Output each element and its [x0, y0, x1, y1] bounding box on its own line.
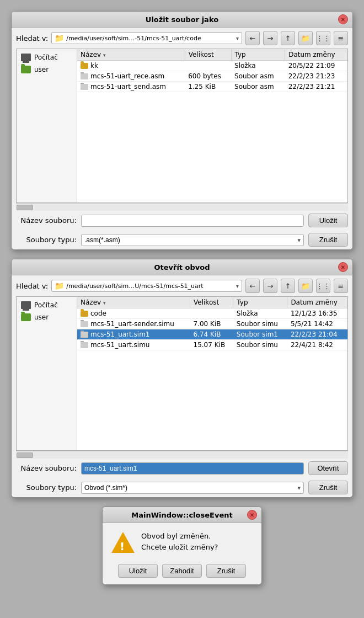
cell-date: 20/5/22 21:09 — [285, 61, 347, 71]
save-filename-label: Název souboru: — [16, 216, 77, 225]
save-dialog-close-button[interactable]: ✕ — [338, 14, 348, 24]
cell-size: 600 bytes — [185, 71, 231, 82]
open-dialog-toolbar: Hledat v: 📁 /media/user/soft/sim…U/mcs-5… — [12, 275, 352, 296]
save-dialog-toolbar: Hledat v: 📁 /media/user/soft/sim…-51/mcs… — [12, 28, 352, 49]
cell-type: Soubor simu — [233, 340, 287, 350]
file-name: kk — [90, 62, 98, 70]
col-type[interactable]: Typ — [231, 49, 285, 61]
open-user-folder-icon — [21, 313, 31, 321]
open-col-type[interactable]: Typ — [233, 297, 287, 308]
table-row[interactable]: mcs-51-uart_rece.asm 600 bytes Soubor as… — [77, 71, 347, 82]
open-hscroll-thumb[interactable] — [17, 452, 33, 458]
open-filename-input[interactable] — [81, 462, 304, 475]
open-col-size[interactable]: Velikost — [190, 297, 233, 308]
alert-body: Obvod byl změněn. Chcete uložit změny? — [103, 523, 261, 560]
save-filetype-select[interactable]: .asm(*.asm) — [81, 234, 304, 246]
table-row[interactable]: code Složka 12/1/23 16:35 — [77, 308, 347, 319]
open-dialog-table-header: Název ▾ Velikost Typ Datum změny — [77, 297, 347, 308]
open-filetype-select-wrapper: Obvod (*.sim*) — [81, 482, 304, 494]
alert-message-line2: Chcete uložit změny? — [141, 542, 218, 553]
open-filetype-select[interactable]: Obvod (*.sim*) — [81, 482, 304, 494]
open-dialog-filetype-row: Soubory typu: Obvod (*.sim*) Zrušit — [12, 478, 352, 497]
file-name: mcs-51_uart-sender.simu — [90, 320, 174, 328]
open-col-date[interactable]: Datum změny — [287, 297, 347, 308]
alert-buttons: Uložit Zahodit Zrušit — [103, 560, 261, 584]
alert-cancel-button[interactable]: Zrušit — [206, 564, 246, 578]
open-sidebar-computer-label: Počítač — [34, 301, 58, 309]
save-dialog-title: Uložit soubor jako — [26, 15, 338, 24]
sidebar-item-computer[interactable]: Počítač — [17, 51, 77, 63]
table-row[interactable]: mcs-51_uart.sim1 6.74 KiB Soubor sim1 22… — [77, 329, 347, 340]
table-row[interactable]: mcs-51_uart-sender.simu 7.00 KiB Soubor … — [77, 319, 347, 329]
open-dialog-sidebar: Počítač user — [17, 297, 77, 450]
cell-type: Složka — [231, 61, 285, 71]
cell-date: 22/2/23 21:23 — [285, 71, 347, 82]
open-dialog-forward-button[interactable]: → — [263, 279, 277, 293]
folder-icon — [81, 311, 88, 317]
cell-type: Složka — [233, 308, 287, 319]
save-filetype-select-wrapper: .asm(*.asm) — [81, 234, 304, 246]
open-dialog-look-in-label: Hledat v: — [16, 282, 48, 290]
table-row[interactable]: mcs-51_uart.simu 15.07 KiB Soubor simu 2… — [77, 340, 347, 350]
alert-dialog: MainWindow::closeEvent ✕ Obvod byl změně… — [102, 507, 262, 585]
save-dialog-hscrollbar[interactable] — [16, 203, 348, 211]
cell-name: mcs-51-uart_send.asm — [77, 82, 185, 92]
table-row[interactable]: mcs-51-uart_send.asm 1.25 KiB Soubor asm… — [77, 82, 347, 92]
save-dialog-filetype-row: Soubory typu: .asm(*.asm) Zrušit — [12, 230, 352, 249]
open-dialog-back-button[interactable]: ← — [245, 279, 260, 293]
cell-name: mcs-51-uart_rece.asm — [77, 71, 185, 82]
alert-discard-button[interactable]: Zahodit — [162, 564, 202, 578]
save-dialog-back-button[interactable]: ← — [245, 31, 260, 45]
sidebar-computer-label: Počítač — [34, 54, 58, 61]
warning-icon — [111, 531, 135, 554]
open-button[interactable]: Otevřít — [308, 461, 348, 475]
open-sidebar-item-user[interactable]: user — [17, 311, 77, 323]
save-dialog-view-grid-button[interactable]: ⋮⋮ — [316, 31, 330, 45]
save-dialog-filename-row: Název souboru: Uložit — [12, 211, 352, 230]
open-dialog-path-combo[interactable]: 📁 /media/user/soft/sim…U/mcs-51/mcs-51_u… — [51, 280, 242, 292]
cell-name: kk — [77, 61, 185, 71]
save-dialog-forward-button[interactable]: → — [263, 31, 277, 45]
file-icon — [81, 342, 88, 348]
sidebar-item-user[interactable]: user — [17, 63, 77, 76]
save-dialog-path-text: /media/user/soft/sim…-51/mcs-51_uart/cod… — [66, 35, 234, 42]
save-dialog-up-button[interactable]: ↑ — [281, 31, 295, 45]
alert-dialog-titlebar: MainWindow::closeEvent ✕ — [103, 507, 261, 523]
alert-dialog-close-button[interactable]: ✕ — [247, 510, 257, 520]
open-dialog-file-area: Počítač user Název ▾ Velikost Typ Datum … — [16, 296, 348, 451]
user-folder-icon — [21, 66, 31, 73]
open-path-dropdown-arrow: ▾ — [236, 283, 239, 289]
save-button[interactable]: Uložit — [308, 214, 348, 227]
cell-type: Soubor sim1 — [233, 329, 287, 340]
col-name[interactable]: Název ▾ — [77, 49, 185, 61]
alert-save-button[interactable]: Uložit — [118, 564, 158, 578]
open-dialog-view-grid-button[interactable]: ⋮⋮ — [316, 279, 330, 293]
save-dialog-sidebar: Počítač user — [17, 49, 77, 203]
hscroll-thumb[interactable] — [17, 205, 33, 210]
save-dialog-path-combo[interactable]: 📁 /media/user/soft/sim…-51/mcs-51_uart/c… — [51, 32, 242, 44]
save-cancel-button[interactable]: Zrušit — [308, 233, 348, 247]
open-dialog-new-folder-button[interactable]: 📁 — [298, 279, 313, 293]
file-name: mcs-51_uart.simu — [90, 341, 149, 349]
open-dialog-filename-row: Název souboru: Otevřít — [12, 459, 352, 478]
table-row[interactable]: kk Složka 20/5/22 21:09 — [77, 61, 347, 71]
cell-size: 7.00 KiB — [190, 319, 233, 329]
file-name: mcs-51_uart.sim1 — [90, 331, 149, 338]
open-sidebar-item-computer[interactable]: Počítač — [17, 299, 77, 311]
open-dialog-hscrollbar[interactable] — [16, 451, 348, 459]
open-dialog-close-button[interactable]: ✕ — [338, 262, 348, 272]
save-dialog-new-folder-button[interactable]: 📁 — [298, 31, 313, 45]
open-dialog-view-list-button[interactable]: ≡ — [334, 279, 348, 293]
open-col-name[interactable]: Název ▾ — [77, 297, 190, 308]
col-date[interactable]: Datum změny — [285, 49, 347, 61]
open-dialog-table: Název ▾ Velikost Typ Datum změny code Sl… — [77, 297, 347, 350]
open-dialog: Otevřít obvod ✕ Hledat v: 📁 /media/user/… — [11, 259, 353, 498]
open-computer-icon — [21, 301, 31, 309]
sidebar-user-label: user — [34, 66, 49, 73]
file-icon — [81, 73, 88, 79]
open-cancel-button[interactable]: Zrušit — [308, 481, 348, 494]
open-dialog-up-button[interactable]: ↑ — [281, 279, 295, 293]
save-dialog-view-list-button[interactable]: ≡ — [334, 31, 348, 45]
col-size[interactable]: Velikost — [185, 49, 231, 61]
save-filename-input[interactable] — [81, 215, 304, 227]
